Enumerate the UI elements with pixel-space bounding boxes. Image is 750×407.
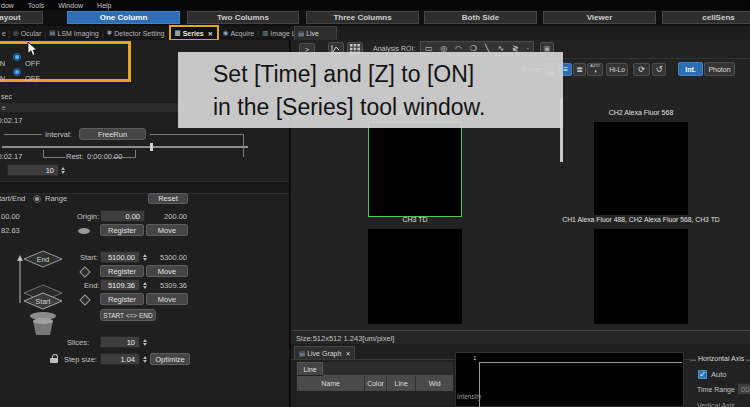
intensity-mode-button[interactable]: Int.: [678, 62, 703, 76]
interval-slider[interactable]: [2, 146, 248, 148]
z-off-radio[interactable]: [13, 68, 21, 76]
detector-setting-icon: ✱: [107, 29, 112, 37]
duration-time: 0:00:02.17: [0, 152, 22, 161]
menu-item[interactable]: dow: [1, 2, 14, 9]
histogram-full-icon[interactable]: ≣: [573, 63, 586, 76]
end-field[interactable]: 5109.36: [100, 279, 140, 291]
start-label: Start:: [80, 253, 98, 262]
layout-button-one-column[interactable]: One Column: [67, 11, 180, 24]
start-right-value: 5300.00: [157, 253, 187, 262]
channel-image-ch1[interactable]: [368, 122, 462, 217]
tab-detector-setting[interactable]: ✱ Detector Setting: [104, 29, 168, 37]
z-stack-illustration: End Start: [12, 243, 74, 335]
tab-line[interactable]: Line: [297, 362, 323, 375]
mouse-cursor: [27, 42, 39, 57]
time-range-field[interactable]: 000: [737, 383, 750, 395]
auto-checkbox[interactable]: ✓: [698, 370, 707, 379]
slices-field[interactable]: 10: [100, 336, 140, 348]
column-header-name[interactable]: Name: [297, 376, 365, 391]
layout-button-both-side[interactable]: Both Side: [424, 11, 537, 24]
swap-start-end-button[interactable]: START <=> END: [100, 309, 156, 321]
vertical-axis-title: Vertical Axis: [697, 402, 735, 407]
ocular-icon: ◎: [13, 29, 19, 37]
plot-y-axis: [479, 362, 480, 407]
highlight-box: [0, 41, 131, 82]
tool-tab-bar: e | ◎ Ocular | ▤ LSM Imaging | ✱ Detecto…: [0, 26, 290, 41]
apply-all-icon[interactable]: ⟳: [633, 63, 650, 76]
start-end-mode-label: Start/End: [0, 194, 25, 203]
origin-register-button[interactable]: Register: [100, 224, 144, 236]
column-header-color[interactable]: Color: [365, 376, 387, 391]
layout-button-cellsens[interactable]: cellSens: [662, 11, 750, 24]
range-radio[interactable]: [33, 195, 41, 203]
lsm-imaging-icon: ▤: [49, 29, 55, 37]
tab-ocular[interactable]: ◎ Ocular: [10, 29, 44, 37]
origin-label: Origin:: [77, 212, 99, 221]
channel-label-ch3: CH3 TD: [368, 216, 462, 223]
interval-label: Interval:: [45, 130, 72, 139]
time-off-radio[interactable]: [13, 53, 21, 61]
auto-range-icon[interactable]: AUTO ◑: [587, 63, 603, 76]
tab-live-graph[interactable]: ▤ Live Graph ✕: [294, 346, 355, 360]
end-register-button[interactable]: Register: [100, 293, 144, 305]
hilo-button[interactable]: Hi-Lo: [606, 63, 628, 76]
live-graph-close-icon[interactable]: ✕: [345, 350, 350, 357]
tab-acquire[interactable]: ◉ Acquire: [220, 29, 257, 37]
image-size-status: Size:512x512 1.243[um/pixel]: [296, 334, 394, 343]
origin-marker-icon: [78, 228, 90, 234]
start-spinner[interactable]: [141, 252, 148, 263]
series-close-icon[interactable]: ✕: [208, 30, 213, 37]
cycles-field[interactable]: 10: [7, 164, 59, 176]
live-tab-icon: ▤: [298, 30, 304, 38]
origin-field[interactable]: 0.00: [100, 210, 145, 222]
start-move-button[interactable]: Move: [146, 265, 188, 277]
step-size-spinner[interactable]: [141, 354, 148, 365]
layout-button-viewer[interactable]: Viewer: [543, 11, 656, 24]
column-header-line[interactable]: Line: [387, 376, 417, 391]
end-move-button[interactable]: Move: [146, 293, 188, 305]
z-off-label: OFF: [25, 67, 40, 85]
origin-left-value: 00.00: [1, 212, 20, 221]
layout-button-layout[interactable]: Layout: [0, 11, 43, 24]
start-register-button[interactable]: Register: [100, 265, 144, 277]
channel-image-ch2[interactable]: [594, 122, 688, 215]
end-right-value: 5309.36: [157, 281, 187, 290]
auto-checkbox-label: Auto: [711, 370, 726, 379]
rest-value: 0:00:00.00: [87, 152, 122, 161]
step-size-field[interactable]: 1.04: [100, 353, 140, 365]
end-spinner[interactable]: [141, 280, 148, 291]
menu-item-help[interactable]: Help: [97, 2, 111, 9]
layout-button-three-columns[interactable]: Three Columns: [306, 11, 419, 24]
end-label: End:: [84, 281, 99, 290]
interval-slider-handle[interactable]: [150, 143, 153, 151]
column-header-width[interactable]: Wid: [416, 376, 453, 391]
range-mode-label: Range: [45, 194, 67, 203]
origin-move-button[interactable]: Move: [146, 224, 188, 236]
freerun-button[interactable]: FreeRun: [79, 128, 146, 140]
illustration-end-label: End: [37, 256, 50, 263]
cycles-spinner[interactable]: [59, 165, 66, 176]
rest-label: Rest:: [66, 152, 84, 161]
tab-lsm-imaging[interactable]: ▤ LSM Imaging: [46, 29, 101, 37]
channel-image-merged[interactable]: [594, 229, 688, 324]
revert-icon[interactable]: ↺: [652, 63, 666, 76]
layout-button-two-columns[interactable]: Two Columns: [187, 11, 299, 24]
tab-partial[interactable]: e: [0, 30, 8, 37]
optimize-button[interactable]: Optimize: [150, 353, 190, 365]
reset-button[interactable]: Reset: [148, 193, 188, 204]
menu-item-tools[interactable]: Tools: [28, 2, 44, 9]
horizontal-axis-title: Horizontal Axis: [696, 355, 746, 362]
line-tab-strip: [323, 362, 453, 376]
slices-spinner[interactable]: [141, 337, 148, 348]
illustration-start-label: Start: [36, 298, 51, 305]
photon-mode-button[interactable]: Photon: [704, 62, 735, 76]
channel-image-ch3[interactable]: [368, 229, 462, 324]
channel-label-ch2: CH2 Alexa Fluor 568: [594, 109, 688, 116]
tab-live[interactable]: ▤ Live: [294, 26, 337, 40]
tab-series[interactable]: ▦ Series ✕: [169, 25, 219, 41]
menu-item-window[interactable]: Window: [58, 2, 83, 9]
plot-x-axis: [479, 362, 682, 363]
start-field[interactable]: 5100.00: [100, 251, 140, 263]
line-table-header: Name Color Line Wid: [297, 376, 453, 391]
app-window: dow Tools Window Help Layout One Column …: [0, 0, 750, 407]
